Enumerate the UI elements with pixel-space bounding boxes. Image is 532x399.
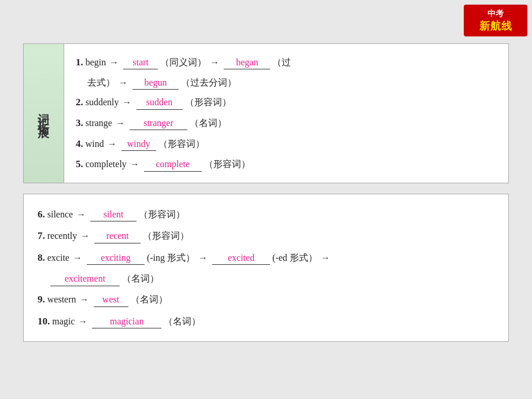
item-2-row: 2. suddenly → sudden （形容词） bbox=[76, 92, 497, 113]
item-9-row: 9. western → west （名词） bbox=[38, 289, 494, 310]
item-4-num: 4. bbox=[76, 134, 83, 154]
item-5-num: 5. bbox=[76, 154, 83, 175]
item-8-row-2: excitement （名词） bbox=[49, 268, 494, 289]
item-6-word: silence bbox=[47, 204, 73, 224]
item-1-row: 1. begin → start （同义词） → began （过 bbox=[76, 52, 497, 73]
item-1-answer-1: start bbox=[123, 56, 158, 69]
item-8-arrow-2: → bbox=[198, 247, 208, 268]
item-10-label: （名词） bbox=[164, 311, 201, 331]
item-4-row: 4. wind → windy （形容词） bbox=[76, 134, 497, 154]
item-10-num: 10. bbox=[38, 311, 50, 332]
box1-content: 1. begin → start （同义词） → began （过 去式） → … bbox=[64, 44, 508, 183]
item-2-num: 2. bbox=[76, 92, 83, 113]
logo-bottom-text: 新航线 bbox=[479, 19, 512, 33]
item-5-word: completely bbox=[86, 154, 127, 174]
item-6-num: 6. bbox=[38, 204, 45, 225]
item-7-label: （形容词） bbox=[143, 226, 189, 246]
item-8-answer-2: excited bbox=[212, 252, 270, 265]
item-8-label-2: (-ed 形式） bbox=[272, 247, 317, 268]
item-5-row: 5. completely → complete （形容词） bbox=[76, 154, 497, 175]
item-8-answer-1: exciting bbox=[87, 252, 145, 265]
item-8-arrow-3: → bbox=[321, 247, 330, 268]
item-5-answer: complete bbox=[144, 158, 202, 171]
item-8-answer-3: excitement bbox=[50, 272, 120, 286]
item-7-word: recently bbox=[47, 226, 77, 246]
item-1-label-2: （过 bbox=[272, 53, 291, 72]
item-10-answer: magician bbox=[92, 315, 161, 328]
item-7-row: 7. recently → recent （形容词） bbox=[38, 225, 494, 246]
item-3-row: 3. strange → stranger （名词） bbox=[76, 113, 497, 134]
item-8-word: excite bbox=[47, 247, 69, 268]
item-8-row: 8. excite → exciting (-ing 形式） → excited… bbox=[38, 247, 494, 268]
item-9-label: （名词） bbox=[131, 289, 168, 309]
item-5-label: （形容词） bbox=[204, 154, 250, 174]
item-1-arrow-3: → bbox=[119, 73, 128, 93]
item-9-answer: west bbox=[94, 293, 128, 306]
item-1-row-2: 去式） → begun （过去分词） bbox=[87, 73, 497, 93]
item-1-label-1: （同义词） bbox=[160, 53, 206, 72]
item-6-row: 6. silence → silent （形容词） bbox=[38, 204, 494, 225]
item-5-arrow: → bbox=[130, 154, 139, 174]
vocabulary-box-2: 6. silence → silent （形容词） 7. recently → … bbox=[23, 194, 509, 342]
item-1-answer-3: begun bbox=[132, 76, 179, 90]
item-10-arrow: → bbox=[78, 311, 87, 331]
item-6-arrow: → bbox=[76, 204, 86, 224]
item-3-word: strange bbox=[86, 113, 112, 133]
item-1-num: 1. bbox=[76, 52, 83, 73]
item-2-answer: sudden bbox=[136, 96, 183, 109]
item-3-num: 3. bbox=[76, 113, 83, 134]
item-9-word: western bbox=[47, 289, 76, 309]
item-1-arrow-2: → bbox=[210, 53, 219, 72]
item-2-arrow: → bbox=[123, 93, 132, 112]
item-10-word: magic bbox=[52, 311, 75, 331]
item-1-answer-2: began bbox=[224, 56, 270, 69]
item-6-answer: silent bbox=[90, 208, 136, 221]
item-8-num: 8. bbox=[38, 247, 45, 268]
item-2-word: suddenly bbox=[86, 93, 119, 112]
item-7-num: 7. bbox=[38, 225, 45, 246]
item-4-arrow: → bbox=[108, 134, 117, 154]
item-1-label-cont: 去式） bbox=[87, 73, 115, 93]
item-4-answer: windy bbox=[121, 138, 156, 151]
item-8-label-1: (-ing 形式） bbox=[147, 247, 195, 268]
item-4-label: （形容词） bbox=[158, 134, 205, 154]
item-10-row: 10. magic → magician （名词） bbox=[38, 311, 494, 332]
item-7-answer: recent bbox=[94, 230, 141, 243]
item-1-word: begin bbox=[86, 53, 106, 72]
item-7-arrow: → bbox=[80, 226, 90, 246]
item-1-label-3: （过去分词） bbox=[181, 73, 237, 93]
item-9-arrow: → bbox=[80, 289, 89, 309]
sidebar-label: 词汇拓展 bbox=[24, 44, 64, 183]
logo-top-text: 中考 bbox=[487, 9, 504, 19]
item-3-label: （名词） bbox=[190, 113, 227, 133]
item-9-num: 9. bbox=[38, 289, 45, 310]
item-1-arrow-1: → bbox=[109, 53, 119, 72]
item-2-label: （形容词） bbox=[185, 93, 231, 112]
item-6-label: （形容词） bbox=[139, 204, 185, 224]
item-8-label-3: （名词） bbox=[122, 268, 159, 289]
item-3-answer: stranger bbox=[130, 117, 187, 130]
logo: 中考 新航线 bbox=[464, 5, 527, 36]
item-4-word: wind bbox=[86, 134, 104, 154]
item-8-arrow-1: → bbox=[73, 247, 82, 268]
vocabulary-box-1: 词汇拓展 1. begin → start （同义词） → began （过 去… bbox=[23, 43, 509, 183]
item-3-arrow: → bbox=[116, 113, 125, 133]
